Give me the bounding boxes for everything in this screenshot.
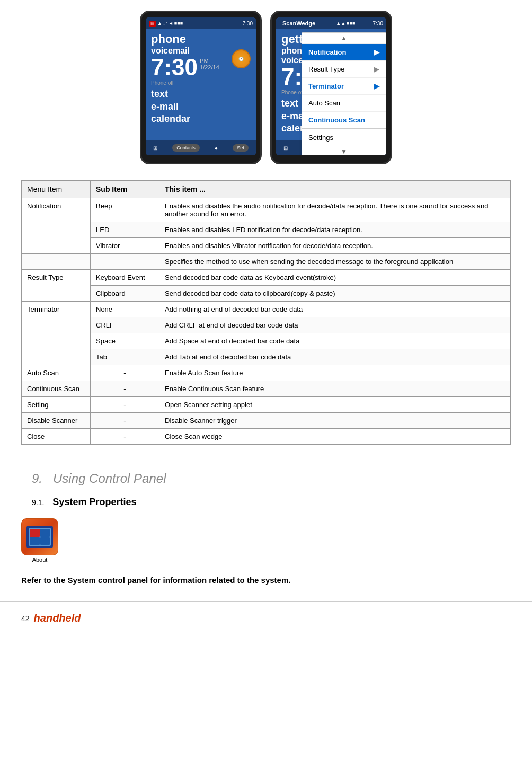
table-header-desc: This item ... xyxy=(159,181,511,198)
sound-icon: ◄ xyxy=(169,21,173,27)
dropdown-item-continuous-scan[interactable]: Continuous Scan xyxy=(302,112,386,128)
table-row: Disable Scanner - Disable Scanner trigge… xyxy=(22,413,511,429)
table-cell-notification: Notification xyxy=(22,198,91,254)
battery-icon-right: ■■■ xyxy=(347,21,355,26)
table-cell-close: Close xyxy=(22,429,91,445)
status-time-right: 7:30 xyxy=(373,21,383,27)
contacts-btn-left[interactable]: Contacts xyxy=(172,144,200,152)
signal-icon-right: ▲▲ xyxy=(336,21,345,26)
about-icon-pane-1 xyxy=(30,529,40,537)
table-cell-vibrator-desc: Enables and disables Vibrator notificati… xyxy=(159,238,511,254)
table-cell-none: None xyxy=(91,302,159,317)
set-btn-left[interactable]: Set xyxy=(233,144,249,152)
dropdown-menu: ▲ Notification ▶ Result Type ▶ Terminato… xyxy=(302,32,386,155)
dropdown-item-notification[interactable]: Notification ▶ xyxy=(302,44,386,61)
table-cell-result-type: Result Type xyxy=(22,270,91,302)
dropdown-settings-label: Settings xyxy=(308,134,333,142)
table-cell-auto-scan-desc: Enable Auto Scan feature xyxy=(159,365,511,381)
table-cell-close-desc: Close Scan wedge xyxy=(159,429,511,445)
barcode-icon: ▤ xyxy=(149,21,156,27)
footer: 42 handheld xyxy=(0,601,532,630)
dropdown-arrow-up: ▲ xyxy=(302,33,386,44)
table-cell-clipboard-desc: Send decoded bar code data to clipboard(… xyxy=(159,286,511,302)
dropdown-item-terminator[interactable]: Terminator ▶ xyxy=(302,78,386,95)
table-row: Tab Add Tab at end of decoded bar code d… xyxy=(22,349,511,365)
table-row: Clipboard Send decoded bar code data to … xyxy=(22,286,511,302)
phone-left: ▤ ▲ ⇌ ◄ ■■■ 7:30 phone voicemail 7:30 PM… xyxy=(140,11,262,164)
dropdown-item-result-type[interactable]: Result Type ▶ xyxy=(302,61,386,78)
table-cell-keyboard-event-desc: Send decoded bar code data as Keyboard e… xyxy=(159,270,511,286)
table-cell-crlf: CRLF xyxy=(91,317,159,333)
table-cell-auto-scan-sub: - xyxy=(91,365,159,381)
about-icon xyxy=(21,518,58,555)
table-row: Specifies the method to use when sending… xyxy=(22,254,511,270)
table-row: Continuous Scan - Enable Continuous Scan… xyxy=(22,381,511,397)
table-cell-empty-1 xyxy=(22,254,91,270)
phone-left-item-2: e-mail xyxy=(151,101,251,113)
table-cell-continuous-scan-sub: - xyxy=(91,381,159,397)
scanwedge-label: ScanWedge xyxy=(279,19,318,28)
table-row: Notification Beep Enables and disables t… xyxy=(22,198,511,222)
table-cell-continuous-scan-desc: Enable Continuous Scan feature xyxy=(159,381,511,397)
table-cell-tab-desc: Add Tab at end of decoded bar code data xyxy=(159,349,511,365)
table-cell-disable-scanner: Disable Scanner xyxy=(22,413,91,429)
table-cell-close-sub: - xyxy=(91,429,159,445)
subsection-9-1: 9.1. System Properties xyxy=(0,491,532,513)
table-row: Terminator None Add nothing at end of de… xyxy=(22,302,511,317)
dropdown-auto-scan-label: Auto Scan xyxy=(308,99,340,107)
phone-left-title: phone xyxy=(151,32,251,46)
table-cell-disable-scanner-desc: Disable Scanner trigger xyxy=(159,413,511,429)
phone-right-status-bar: ScanWedge ▲▲ ■■■ 7:30 xyxy=(276,17,386,29)
dropdown-terminator-arrow: ▶ xyxy=(374,82,379,90)
table-cell-setting-desc: Open Scanner setting applet xyxy=(159,397,511,413)
dropdown-item-auto-scan[interactable]: Auto Scan xyxy=(302,95,386,112)
table-cell-empty-2 xyxy=(91,254,159,270)
table-cell-led-desc: Enables and disables LED notification fo… xyxy=(159,222,511,238)
brand-name: handheld xyxy=(34,612,81,624)
back-icon-left: ● xyxy=(215,145,218,151)
table-header-sub: Sub Item xyxy=(91,181,159,198)
table-row: Space Add Space at end of decoded bar co… xyxy=(22,333,511,349)
table-cell-setting: Setting xyxy=(22,397,91,413)
dropdown-item-settings[interactable]: Settings xyxy=(302,128,386,146)
table-cell-disable-scanner-sub: - xyxy=(91,413,159,429)
table-section: Menu Item Sub Item This item ... Notific… xyxy=(0,180,532,461)
table-row: Vibrator Enables and disables Vibrator n… xyxy=(22,238,511,254)
table-header-menu: Menu Item xyxy=(22,181,91,198)
dropdown-result-type-label: Result Type xyxy=(308,65,344,73)
subsection-9-1-title: System Properties xyxy=(52,497,136,508)
table-cell-clipboard: Clipboard xyxy=(91,286,159,302)
status-time-left: 7:30 xyxy=(243,21,253,27)
phone-left-screen: ▤ ▲ ⇌ ◄ ■■■ 7:30 phone voicemail 7:30 PM… xyxy=(146,17,256,155)
table-row: Close - Close Scan wedge xyxy=(22,429,511,445)
signal-icon: ▲ xyxy=(157,21,162,27)
phone-left-item-3: calendar xyxy=(151,113,251,125)
table-cell-continuous-scan: Continuous Scan xyxy=(22,381,91,397)
clock-widget-left: 🕐 xyxy=(232,49,251,68)
status-icons-left: ▤ ▲ ⇌ ◄ ■■■ xyxy=(149,21,183,27)
status-icons-right: ▲▲ ■■■ xyxy=(336,21,355,26)
table-row: CRLF Add CRLF at end of decoded bar code… xyxy=(22,317,511,333)
subsection-9-1-number: 9.1. xyxy=(32,498,44,507)
top-images-section: ▤ ▲ ⇌ ◄ ■■■ 7:30 phone voicemail 7:30 PM… xyxy=(0,0,532,180)
phone-left-content: phone voicemail 7:30 PM 1/22/14 🕐 Phone … xyxy=(146,29,256,129)
table-cell-specifies-desc: Specifies the method to use when sending… xyxy=(159,254,511,270)
phone-left-item-1: text xyxy=(151,88,251,100)
table-cell-space-desc: Add Space at end of decoded bar code dat… xyxy=(159,333,511,349)
about-icon-pane-2 xyxy=(40,529,50,537)
phone-left-pm: PM xyxy=(200,58,219,64)
table-cell-terminator: Terminator xyxy=(22,302,91,365)
about-icon-pane-3 xyxy=(30,537,40,545)
about-label: About xyxy=(21,557,58,563)
phone-left-time: 7:30 xyxy=(151,56,198,79)
phone-left-bottom: ⊞ Contacts ● Set xyxy=(146,140,256,155)
phone-left-date: 1/22/14 xyxy=(200,64,219,70)
phone-right: ScanWedge ▲▲ ■■■ 7:30 getting phone voic… xyxy=(270,11,392,164)
about-icon-inner xyxy=(26,526,53,548)
phone-left-phoneoff: Phone off xyxy=(151,80,251,86)
phone-left-status-bar: ▤ ▲ ⇌ ◄ ■■■ 7:30 xyxy=(146,17,256,29)
about-section: About xyxy=(0,513,532,568)
refer-text: Refer to the System control panel for in… xyxy=(0,568,532,590)
page-number: 42 xyxy=(21,614,30,623)
section-9-heading: 9. Using Control Panel xyxy=(0,461,532,491)
